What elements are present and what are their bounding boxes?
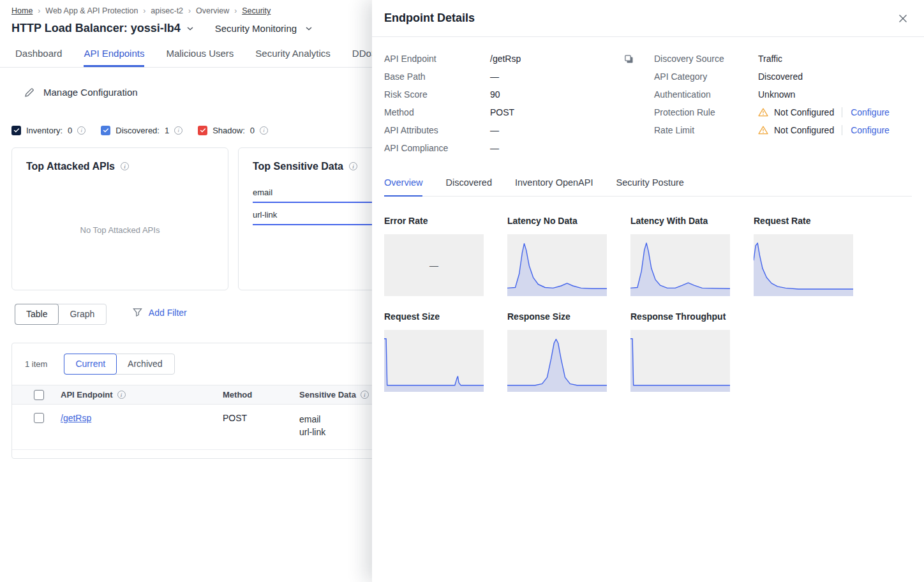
detail-row-protection-rule: Protection Rule Not Configured Configure bbox=[654, 103, 913, 121]
counter-label: Inventory: bbox=[26, 126, 63, 135]
detail-row: API Attributes — bbox=[384, 121, 641, 139]
counter-count: 0 bbox=[68, 126, 72, 135]
panel-header: Endpoint Details bbox=[372, 0, 924, 37]
manage-configuration-label: Manage Configuration bbox=[43, 87, 138, 98]
details-right-column: Discovery Source Traffic API Category Di… bbox=[654, 50, 913, 157]
sparkline-chart bbox=[630, 234, 730, 296]
pencil-icon bbox=[24, 87, 34, 98]
discovered-checkbox[interactable] bbox=[101, 126, 110, 135]
panel-tab-discovered[interactable]: Discovered bbox=[445, 177, 492, 197]
sparkline-chart bbox=[507, 234, 607, 296]
info-icon[interactable] bbox=[121, 162, 129, 170]
endpoint-details-panel: Endpoint Details API Endpoint /getRsp Ba… bbox=[372, 0, 924, 582]
sparkline-chart bbox=[507, 330, 607, 392]
security-monitoring-label: Security Monitoring bbox=[215, 23, 297, 34]
close-icon[interactable] bbox=[898, 14, 907, 23]
breadcrumb-home[interactable]: Home bbox=[11, 6, 33, 15]
detail-row: Discovery Source Traffic bbox=[654, 50, 913, 68]
shadow-checkbox[interactable] bbox=[198, 126, 207, 135]
chart-latency-with-data: Latency With Data bbox=[630, 216, 730, 296]
chart-request-rate: Request Rate bbox=[754, 216, 853, 296]
chevron-down-icon[interactable] bbox=[187, 27, 193, 31]
detail-row: API Endpoint /getRsp bbox=[384, 50, 641, 68]
counter-inventory: Inventory: 0 bbox=[11, 126, 86, 135]
counter-label: Shadow: bbox=[212, 126, 245, 135]
detail-row-rate-limit: Rate Limit Not Configured Configure bbox=[654, 121, 913, 139]
warning-icon bbox=[758, 108, 768, 117]
chevron-right-icon: › bbox=[143, 6, 145, 15]
tab-security-analytics[interactable]: Security Analytics bbox=[255, 48, 331, 67]
manage-configuration-button[interactable]: Manage Configuration bbox=[24, 87, 138, 98]
item-count: 1 item bbox=[25, 359, 47, 369]
security-monitoring-dropdown[interactable]: Security Monitoring bbox=[215, 23, 312, 34]
info-icon[interactable] bbox=[117, 391, 126, 399]
sparkline-chart bbox=[754, 234, 853, 296]
detail-row: API Category Discovered bbox=[654, 68, 913, 86]
counter-count: 0 bbox=[250, 126, 255, 135]
counter-count: 1 bbox=[165, 126, 169, 135]
select-all-checkbox[interactable] bbox=[34, 390, 44, 400]
warning-icon bbox=[758, 126, 768, 135]
state-toggle: Current Archived bbox=[64, 354, 174, 375]
view-toggle: Table Graph bbox=[15, 304, 107, 325]
current-button[interactable]: Current bbox=[64, 354, 117, 375]
chart-request-size: Request Size bbox=[384, 311, 484, 392]
breadcrumb-item: Web App & API Protection bbox=[45, 6, 138, 15]
page-title: HTTP Load Balancer: yossi-lb4 bbox=[11, 22, 181, 35]
archived-button[interactable]: Archived bbox=[116, 354, 174, 374]
top-attacked-apis-card: Top Attacked APIs No Top Attacked APIs bbox=[11, 147, 228, 290]
counter-label: Discovered: bbox=[116, 126, 160, 135]
tab-api-endpoints[interactable]: API Endpoints bbox=[84, 48, 144, 67]
counter-shadow: Shadow: 0 bbox=[198, 126, 268, 135]
panel-details: API Endpoint /getRsp Base Path — Risk Sc… bbox=[372, 37, 924, 157]
inventory-checkbox[interactable] bbox=[11, 126, 21, 135]
chart-error-rate: Error Rate — bbox=[384, 216, 484, 296]
sparkline-chart bbox=[630, 330, 730, 392]
method-cell: POST bbox=[223, 413, 299, 423]
panel-tab-overview[interactable]: Overview bbox=[384, 177, 422, 197]
detail-row: API Compliance — bbox=[384, 139, 641, 157]
panel-title: Endpoint Details bbox=[384, 11, 475, 25]
endpoint-link[interactable]: /getRsp bbox=[61, 413, 91, 423]
column-api-endpoint: API Endpoint bbox=[61, 390, 223, 399]
sparkline-chart: — bbox=[384, 234, 484, 296]
copy-icon[interactable] bbox=[624, 54, 634, 64]
breadcrumb-security[interactable]: Security bbox=[242, 6, 271, 15]
panel-tab-inventory-openapi[interactable]: Inventory OpenAPI bbox=[515, 177, 593, 197]
column-method: Method bbox=[223, 390, 299, 399]
chart-latency-no-data: Latency No Data bbox=[507, 216, 607, 296]
chevron-right-icon: › bbox=[188, 6, 191, 15]
tab-dashboard[interactable]: Dashboard bbox=[15, 48, 62, 67]
row-checkbox[interactable] bbox=[34, 413, 44, 423]
details-left-column: API Endpoint /getRsp Base Path — Risk Sc… bbox=[384, 50, 641, 157]
table-view-button[interactable]: Table bbox=[15, 304, 59, 325]
configure-protection-rule-link[interactable]: Configure bbox=[842, 107, 890, 117]
info-icon[interactable] bbox=[361, 391, 369, 399]
panel-tab-security-posture[interactable]: Security Posture bbox=[616, 177, 683, 197]
chevron-down-icon bbox=[306, 27, 312, 31]
info-icon[interactable] bbox=[349, 162, 357, 170]
detail-row: Method POST bbox=[384, 103, 641, 121]
sparkline-chart bbox=[384, 330, 484, 392]
chevron-right-icon: › bbox=[38, 6, 40, 15]
breadcrumb-item: apisec-t2 bbox=[151, 6, 183, 15]
configure-rate-limit-link[interactable]: Configure bbox=[842, 125, 890, 135]
add-filter-button[interactable]: Add Filter bbox=[133, 308, 187, 318]
chart-response-size: Response Size bbox=[507, 311, 607, 392]
card-title: Top Attacked APIs bbox=[26, 161, 214, 172]
info-icon[interactable] bbox=[260, 126, 268, 135]
risk-score-value: 90 bbox=[490, 86, 641, 103]
filter-icon bbox=[133, 308, 142, 317]
graph-view-button[interactable]: Graph bbox=[58, 304, 106, 324]
info-icon[interactable] bbox=[77, 126, 86, 135]
chart-response-throughput: Response Throughput bbox=[630, 311, 730, 392]
tab-malicious-users[interactable]: Malicious Users bbox=[166, 48, 234, 67]
breadcrumb-item: Overview bbox=[196, 6, 229, 15]
detail-row: Authentication Unknown bbox=[654, 86, 913, 103]
empty-state-text: No Top Attacked APIs bbox=[26, 172, 214, 277]
detail-row: Base Path — bbox=[384, 68, 641, 86]
panel-tabbar: Overview Discovered Inventory OpenAPI Se… bbox=[384, 177, 912, 197]
info-icon[interactable] bbox=[174, 126, 183, 135]
metrics-charts: Error Rate — Latency No Data Latency Wit… bbox=[372, 197, 924, 392]
detail-row: Risk Score 90 bbox=[384, 86, 641, 103]
